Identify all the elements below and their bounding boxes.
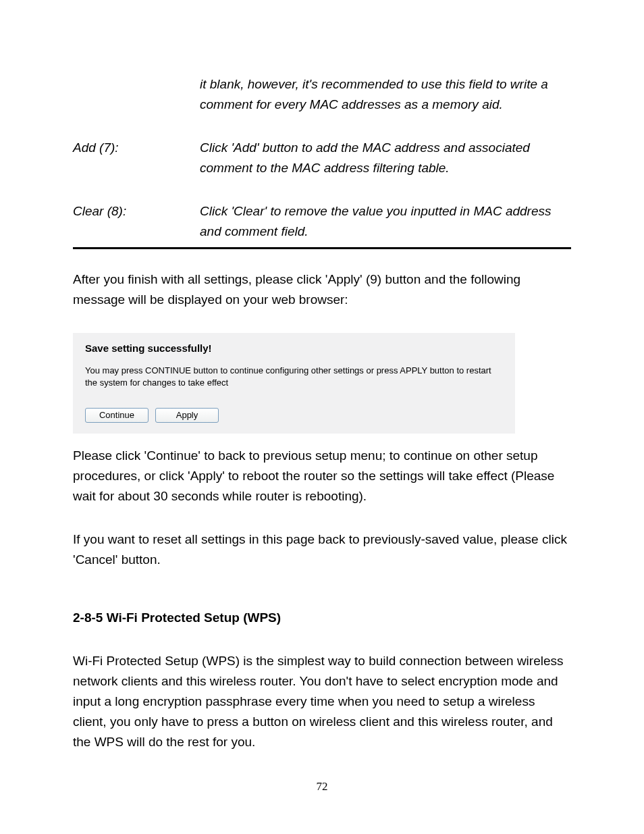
definition-continuation: it blank, however, it's recommended to u… (200, 74, 571, 115)
dialog-title: Save setting successfully! (85, 342, 503, 354)
document-page: it blank, however, it's recommended to u… (0, 0, 644, 834)
definition-desc-clear: Click 'Clear' to remove the value you in… (200, 201, 571, 242)
definition-label-clear: Clear (8): (73, 201, 200, 242)
definition-label-add: Add (7): (73, 138, 200, 178)
paragraph-continue-apply: Please click 'Continue' to back to previ… (73, 446, 571, 506)
horizontal-rule (73, 247, 571, 249)
apply-button[interactable]: Apply (155, 408, 219, 423)
definition-desc-add: Click 'Add' button to add the MAC addres… (200, 138, 571, 178)
save-success-dialog: Save setting successfully! You may press… (73, 333, 515, 434)
paragraph-wps-intro: Wi-Fi Protected Setup (WPS) is the simpl… (73, 651, 571, 752)
paragraph-apply-note: After you finish with all settings, plea… (73, 269, 571, 310)
definition-row: Clear (8): Click 'Clear' to remove the v… (73, 201, 571, 242)
continue-button[interactable]: Continue (85, 408, 149, 423)
paragraph-reset-note: If you want to reset all settings in thi… (73, 529, 571, 570)
dialog-button-row: Continue Apply (85, 408, 503, 423)
section-heading-wps: 2-8-5 Wi-Fi Protected Setup (WPS) (73, 610, 571, 625)
page-number: 72 (0, 780, 644, 793)
definition-row: Add (7): Click 'Add' button to add the M… (73, 138, 571, 178)
dialog-message: You may press CONTINUE button to continu… (85, 365, 503, 389)
